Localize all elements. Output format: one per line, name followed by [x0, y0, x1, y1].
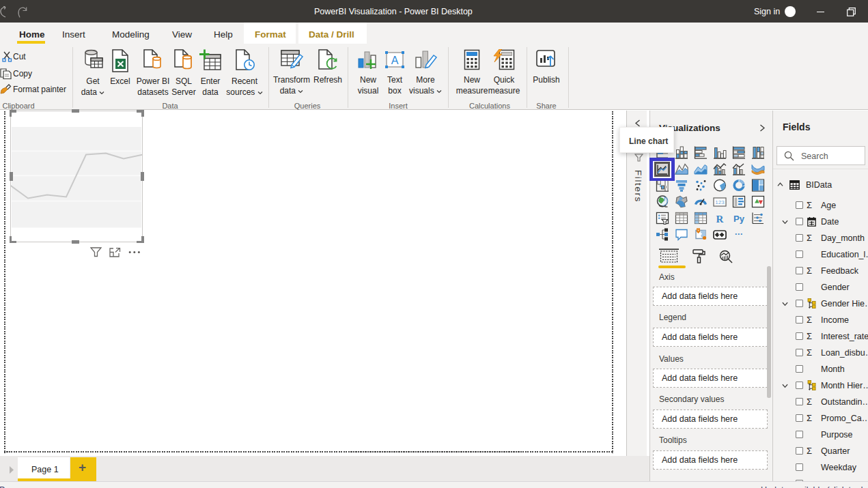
svg-text:···: ···: [735, 229, 743, 239]
svg-text:R: R: [716, 213, 724, 224]
svg-text:A: A: [391, 55, 399, 66]
svg-text:123: 123: [715, 199, 725, 205]
svg-text:Py: Py: [733, 213, 745, 223]
